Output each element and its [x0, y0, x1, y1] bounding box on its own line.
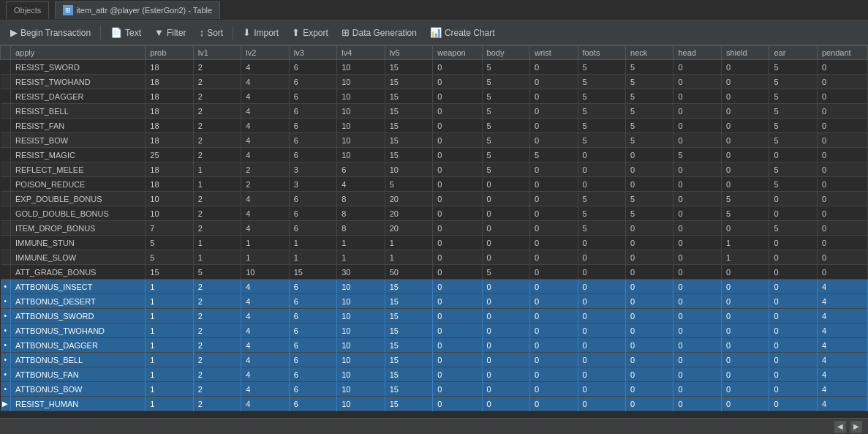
cell-head: 0	[673, 133, 721, 148]
title-bar: Objects ⊞ item_attr @player (EsterGon2) …	[0, 0, 868, 20]
table-row[interactable]: •ATTBONUS_FAN12461015000000004	[1, 367, 868, 382]
table-row[interactable]: ITEM_DROP_BONUS7246820000500050	[1, 221, 868, 236]
table-container[interactable]: applyproblv1lv2lv3lv4lv5weaponbodywristf…	[0, 45, 868, 418]
table-row[interactable]: REFLECT_MELEE18123610050000050	[1, 162, 868, 177]
cell-lv3: 6	[289, 60, 336, 75]
cell-lv5: 20	[385, 221, 432, 236]
table-row[interactable]: RESIST_DAGGER182461015050550050	[1, 89, 868, 104]
cell-lv2: 4	[241, 75, 289, 89]
table-row[interactable]: EXP_DOUBLE_BONUS10246820000550500	[1, 192, 868, 206]
col-header-neck[interactable]: neck	[626, 46, 673, 60]
table-row[interactable]: RESIST_BOW182461015050550050	[1, 133, 868, 148]
row-marker	[1, 148, 11, 162]
cell-weapon: 0	[433, 397, 482, 411]
cell-neck: 5	[626, 89, 673, 104]
import-button[interactable]: ⬇ Import	[237, 23, 284, 42]
table-row[interactable]: IMMUNE_STUN511111000000100	[1, 236, 868, 250]
table-row[interactable]: RESIST_SWORD182461015050550050	[1, 60, 868, 75]
cell-lv4: 10	[337, 397, 385, 411]
cell-foots: 0	[578, 265, 625, 280]
table-row[interactable]: POISON_REDUCE1812345000000050	[1, 177, 868, 192]
cell-foots: 0	[578, 177, 625, 192]
col-header-foots[interactable]: foots	[578, 46, 625, 60]
table-row[interactable]: •ATTBONUS_TWOHAND12461015000000004	[1, 323, 868, 338]
objects-tab[interactable]: Objects	[6, 1, 49, 19]
cell-apply: GOLD_DOUBLE_BONUS	[11, 206, 146, 221]
filter-button[interactable]: ▼ Filter	[148, 23, 192, 42]
begin-transaction-button[interactable]: ▶ Begin Transaction	[4, 23, 97, 42]
row-marker	[1, 236, 11, 250]
table-row[interactable]: RESIST_MAGIC252461015055005000	[1, 148, 868, 162]
col-header-pendant[interactable]: pendant	[817, 46, 867, 60]
transaction-icon: ▶	[10, 27, 18, 38]
cell-foots: 5	[578, 221, 625, 236]
col-header-lv5[interactable]: lv5	[385, 46, 432, 60]
col-header-ear[interactable]: ear	[769, 46, 817, 60]
scroll-right-button[interactable]: ▶	[850, 421, 862, 433]
col-header-head[interactable]: head	[673, 46, 721, 60]
table-row[interactable]: •ATTBONUS_BOW12461015000000004	[1, 382, 868, 397]
cell-lv1: 2	[193, 89, 241, 104]
table-row[interactable]: ▶RESIST_HUMAN12461015000000004	[1, 397, 868, 411]
cell-head: 0	[673, 397, 721, 411]
toolbar-separator-1	[100, 26, 101, 40]
col-header-lv3[interactable]: lv3	[289, 46, 336, 60]
cell-neck: 0	[626, 367, 673, 382]
data-generation-button[interactable]: ⊞ Data Generation	[336, 23, 423, 42]
table-row[interactable]: •ATTBONUS_INSECT12461015000000004	[1, 280, 868, 294]
cell-lv5: 15	[385, 367, 432, 382]
col-header-lv2[interactable]: lv2	[241, 46, 289, 60]
col-header-lv4[interactable]: lv4	[337, 46, 385, 60]
table-row[interactable]: RESIST_FAN182461015050550050	[1, 119, 868, 133]
col-header-weapon[interactable]: weapon	[433, 46, 482, 60]
cell-wrist: 0	[530, 353, 578, 367]
table-row[interactable]: •ATTBONUS_DAGGER12461015000000004	[1, 338, 868, 353]
cell-ear: 0	[769, 265, 817, 280]
cell-lv5: 15	[385, 397, 432, 411]
col-header-prob[interactable]: prob	[146, 46, 193, 60]
cell-apply: IMMUNE_SLOW	[11, 250, 146, 265]
cell-head: 0	[673, 280, 721, 294]
cell-shield: 0	[721, 177, 769, 192]
cell-ear: 5	[769, 177, 817, 192]
cell-wrist: 0	[530, 280, 578, 294]
cell-wrist: 0	[530, 206, 578, 221]
cell-wrist: 0	[530, 221, 578, 236]
cell-lv1: 2	[193, 353, 241, 367]
scroll-left-button[interactable]: ◀	[834, 421, 846, 433]
cell-head: 0	[673, 75, 721, 89]
cell-pendant: 4	[817, 323, 867, 338]
table-row[interactable]: •ATTBONUS_DESERT12461015000000004	[1, 294, 868, 309]
export-button[interactable]: ⬆ Export	[286, 23, 334, 42]
cell-weapon: 0	[433, 309, 482, 323]
cell-wrist: 0	[530, 338, 578, 353]
table-row[interactable]: ATT_GRADE_BONUS15510153050050000000	[1, 265, 868, 280]
table-row[interactable]: RESIST_BELL182461015050550050	[1, 104, 868, 119]
table-row[interactable]: RESIST_TWOHAND182461015050550050	[1, 75, 868, 89]
text-button[interactable]: 📄 Text	[105, 23, 147, 42]
table-row[interactable]: IMMUNE_SLOW511111000000100	[1, 250, 868, 265]
col-header-shield[interactable]: shield	[721, 46, 769, 60]
table-row[interactable]: GOLD_DOUBLE_BONUS10246820000550500	[1, 206, 868, 221]
col-header-apply[interactable]: apply	[11, 46, 146, 60]
toolbar-separator-2	[233, 26, 233, 40]
sort-button[interactable]: ↕ Sort	[194, 23, 230, 42]
cell-ear: 5	[769, 162, 817, 177]
active-tab[interactable]: ⊞ item_attr @player (EsterGon2) - Table	[55, 1, 220, 19]
col-header-body[interactable]: body	[482, 46, 529, 60]
col-header-wrist[interactable]: wrist	[530, 46, 578, 60]
table-row[interactable]: •ATTBONUS_SWORD12461015000000004	[1, 309, 868, 323]
col-header-lv1[interactable]: lv1	[193, 46, 241, 60]
cell-ear: 0	[769, 250, 817, 265]
cell-foots: 0	[578, 353, 625, 367]
table-row[interactable]: •ATTBONUS_BELL12461015000000004	[1, 353, 868, 367]
row-marker	[1, 119, 11, 133]
cell-body: 0	[482, 192, 529, 206]
cell-shield: 0	[721, 148, 769, 162]
row-marker	[1, 177, 11, 192]
create-chart-button[interactable]: 📊 Create Chart	[424, 23, 501, 42]
cell-lv2: 4	[241, 133, 289, 148]
cell-shield: 0	[721, 294, 769, 309]
cell-lv3: 6	[289, 353, 336, 367]
filter-icon: ▼	[154, 27, 164, 38]
